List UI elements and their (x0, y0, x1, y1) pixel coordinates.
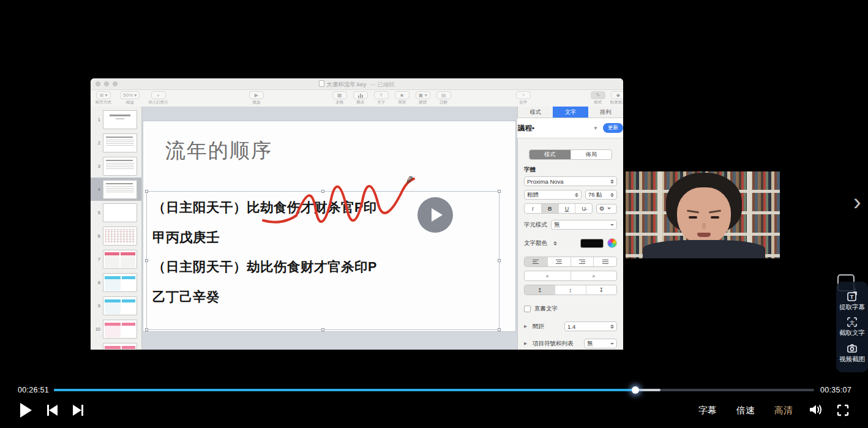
chevron-down-icon (610, 343, 614, 345)
selection-handle[interactable] (145, 190, 148, 193)
slide-thumbnail-2[interactable]: 2 (91, 131, 141, 154)
view-button[interactable]: ⊞ ▾顯示方式 (95, 91, 111, 105)
align-justify-button[interactable] (594, 257, 616, 266)
color-wheel-button[interactable] (607, 238, 617, 248)
italic-button[interactable]: I (525, 204, 542, 213)
bullets-select[interactable]: 無 (584, 339, 617, 348)
slide-thumbnail-8[interactable]: 8 (91, 271, 141, 294)
disclosure-triangle-icon[interactable]: ▶ (524, 341, 527, 346)
volume-button[interactable] (808, 403, 823, 419)
seek-handle[interactable] (632, 386, 639, 394)
font-family-select[interactable]: Proxima Nova (524, 176, 617, 186)
subtitles-button[interactable]: 字幕 (698, 405, 717, 416)
seg-layout[interactable]: 佈局 (571, 150, 612, 159)
video-screenshot-button[interactable]: 视频截图 (839, 343, 865, 364)
update-style-button[interactable]: 更新 (603, 123, 623, 133)
zoom-button[interactable]: 50% ▾縮放 (120, 91, 140, 105)
vertical-text-checkbox[interactable] (524, 306, 531, 312)
collaborate-button[interactable]: ◔合作 (516, 91, 531, 105)
video-play-overlay-button[interactable] (417, 197, 453, 233)
indent-increase-button[interactable]: » (571, 271, 617, 280)
strikethrough-button[interactable]: U̶ (575, 204, 592, 213)
shape-button[interactable]: ■形狀 (395, 91, 410, 105)
selection-handle[interactable] (321, 328, 324, 331)
indent-decrease-button[interactable]: « (525, 271, 571, 280)
tab-arrange[interactable]: 排列 (588, 107, 623, 118)
valign-top-icon: ↥ (537, 287, 542, 293)
bullets-label: 項目符號和列表 (533, 340, 574, 348)
selection-handle[interactable] (498, 190, 501, 193)
advanced-options-button[interactable]: ⚙ (596, 204, 617, 214)
panel-expand-chevron-icon[interactable]: › (853, 189, 861, 216)
comment-button[interactable]: ▤註解 (436, 91, 451, 105)
capture-text-button[interactable]: 文 截取文字 (839, 317, 865, 337)
spacing-select[interactable]: 1.4 (564, 321, 617, 331)
stepper-icon (610, 179, 614, 184)
seek-bar[interactable] (54, 389, 814, 391)
selection-handle[interactable] (498, 328, 501, 331)
slide-thumbnail-4-selected[interactable]: 4 (91, 178, 141, 201)
selection-handle[interactable] (498, 259, 501, 262)
chevron-down-icon[interactable]: ▼ (593, 126, 598, 131)
valign-bottom-button[interactable]: ↧ (586, 285, 616, 295)
valign-bottom-icon: ↧ (599, 287, 604, 293)
seg-style[interactable]: 樣式 (529, 150, 571, 159)
slide-thumbnail-10[interactable]: 10 (91, 317, 141, 340)
fullscreen-button[interactable] (836, 404, 850, 419)
slide-thumbnail-9[interactable]: 9 (91, 294, 141, 317)
font-section-label: 字體 (524, 166, 617, 174)
indent-increase-icon: » (592, 273, 595, 279)
text-button[interactable]: T文字 (374, 91, 389, 105)
tab-text[interactable]: 文字 (553, 107, 588, 118)
align-left-icon (533, 260, 539, 264)
align-right-button[interactable] (571, 257, 594, 266)
stepper-icon (610, 193, 614, 197)
slide-thumbnail-3[interactable]: 3 (91, 154, 141, 178)
quality-button[interactable]: 高清 (774, 405, 793, 416)
slide-thumbnail-7[interactable]: 7 (91, 247, 141, 271)
stepper-icon (610, 325, 614, 329)
keynote-titlebar: 大運和流年.key— 已編輯 (91, 78, 623, 90)
paragraph-style-name[interactable]: 議程• (518, 124, 534, 133)
selection-handle[interactable] (145, 259, 148, 262)
slide-thumbnail-1[interactable]: 1 (91, 108, 141, 131)
char-style-select[interactable]: 無 (551, 220, 617, 230)
font-weight-select[interactable]: 粗體 (524, 190, 582, 200)
valign-middle-icon: ↨ (569, 287, 572, 293)
font-size-field[interactable]: 76 點 (585, 190, 617, 200)
slide-thumbnail-6[interactable]: 6 (91, 224, 141, 247)
bold-button[interactable]: B (542, 204, 559, 213)
chart-button[interactable]: 圖表 (353, 91, 368, 105)
format-button[interactable]: ✎格式 (591, 91, 605, 105)
slide-thumbnail-5[interactable]: 5 (91, 201, 141, 224)
slide-thumbnail-11[interactable]: 11 (91, 340, 141, 350)
animate-button[interactable]: ◆動畫效果 (610, 91, 623, 105)
play-button[interactable]: ▶播放 (249, 91, 264, 105)
play-pause-button[interactable] (20, 403, 32, 418)
progress-fill (54, 389, 635, 391)
extract-subtitle-button[interactable]: T 提取字幕 (839, 291, 865, 312)
media-button[interactable]: ▣ ▾媒體 (416, 91, 430, 105)
align-left-button[interactable] (525, 257, 548, 266)
table-button[interactable]: ▦表格 (332, 91, 347, 105)
valign-middle-button[interactable]: ↨ (555, 285, 586, 295)
align-center-icon (556, 260, 562, 264)
selection-handle[interactable] (145, 328, 148, 331)
valign-top-button[interactable]: ↥ (525, 285, 555, 295)
text-color-well[interactable] (580, 239, 604, 248)
next-button[interactable] (73, 405, 83, 416)
disclosure-triangle-icon[interactable]: ▶ (524, 324, 527, 329)
align-center-button[interactable] (548, 257, 571, 266)
capture-text-icon: 文 (847, 317, 858, 328)
tab-style[interactable]: 樣式 (518, 107, 553, 118)
current-time: 00:26:51 (18, 386, 49, 394)
stepper-icon (553, 241, 557, 246)
add-slide-button[interactable]: ＋加入幻燈片 (148, 91, 168, 105)
video-player-stage: 大運和流年.key— 已編輯 ⊞ ▾顯示方式 50% ▾縮放 ＋加入幻燈片 ▶播… (0, 0, 868, 428)
previous-button[interactable] (47, 405, 58, 416)
presenter-shoulders (643, 240, 765, 258)
vertical-text-label: 直書文字 (534, 305, 558, 313)
svg-text:文: 文 (850, 320, 855, 326)
underline-button[interactable]: U (559, 204, 576, 213)
playback-speed-button[interactable]: 倍速 (736, 405, 755, 416)
